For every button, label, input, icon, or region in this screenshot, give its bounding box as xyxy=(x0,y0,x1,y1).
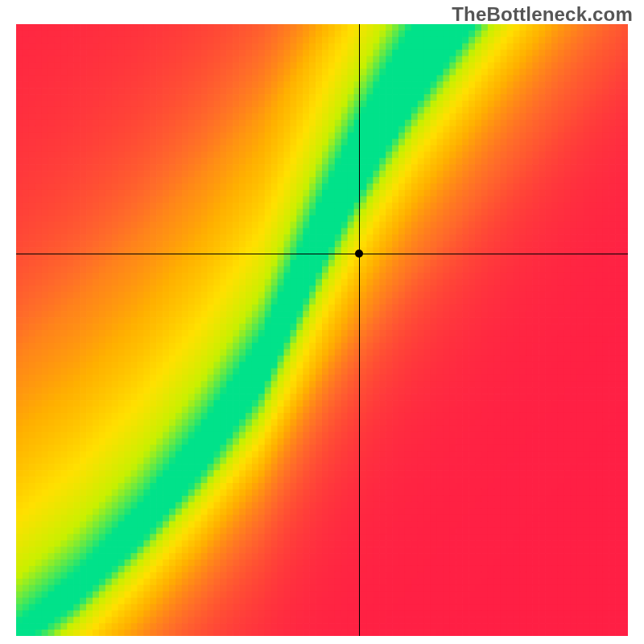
watermark-text: TheBottleneck.com xyxy=(452,3,633,26)
bottleneck-heatmap xyxy=(16,24,628,636)
